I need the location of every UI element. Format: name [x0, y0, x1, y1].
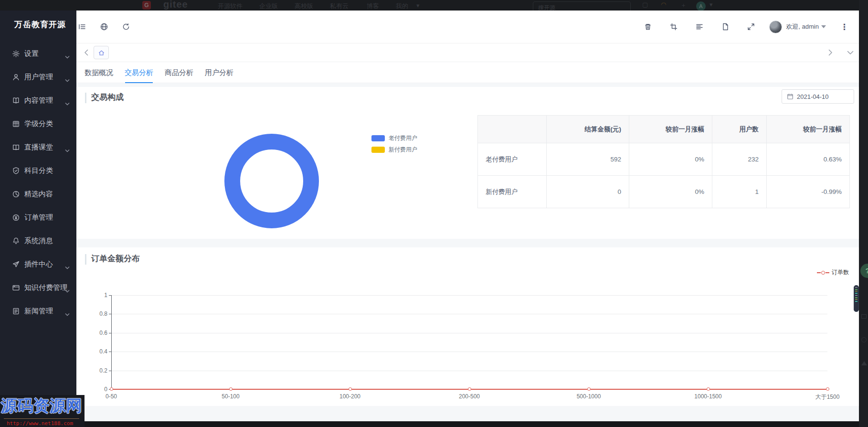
- gitee-plus-icon[interactable]: ＋: [680, 1, 687, 10]
- sidebar-item-content[interactable]: 内容管理: [0, 89, 76, 112]
- tab-trade-analysis[interactable]: 交易分析: [125, 62, 153, 83]
- chevron-down-icon: [65, 52, 70, 55]
- data-point[interactable]: [826, 387, 829, 391]
- globe-button[interactable]: [99, 22, 109, 32]
- pie-icon: [12, 190, 20, 198]
- scrollbar-thumb[interactable]: [854, 285, 859, 312]
- orders-section-title: 订单金额分布: [91, 253, 140, 264]
- crop-button[interactable]: [669, 22, 678, 32]
- shield-check-icon: [12, 167, 20, 175]
- gear-icon: [12, 50, 20, 58]
- live-icon: [12, 143, 20, 151]
- trade-stats-table: 结算金额(元) 较前一月涨幅 用户数 较前一月涨幅 老付费用户 592 0% 2…: [477, 115, 850, 208]
- sidebar-item-subject-category[interactable]: 科目分类: [0, 159, 76, 182]
- trade-section-title: 交易构成: [91, 92, 124, 103]
- watermark-url: http://www.net188.com: [7, 420, 73, 427]
- sidebar-item-label: 科目分类: [24, 166, 53, 175]
- card-icon: [12, 284, 20, 292]
- data-point[interactable]: [349, 387, 352, 391]
- sidebar-item-paid-knowledge[interactable]: 知识付费管理: [0, 276, 76, 299]
- gridline: [112, 371, 827, 371]
- gridline: [112, 314, 827, 314]
- sidebar-item-live-class[interactable]: 直播课堂: [0, 136, 76, 159]
- order-icon: [12, 214, 20, 222]
- sidebar-item-users[interactable]: 用户管理: [0, 65, 76, 89]
- fullscreen-button[interactable]: [746, 22, 756, 32]
- y-tick-label: 0.8: [87, 310, 107, 317]
- gitee-nav-mine[interactable]: 我的: [396, 2, 408, 11]
- sidebar-item-label: 订单管理: [24, 213, 53, 222]
- gitee-search-input[interactable]: 搜开源: [533, 1, 631, 11]
- tab-product-analysis[interactable]: 商品分析: [165, 62, 193, 83]
- sidebar-item-orders[interactable]: 订单管理: [0, 206, 76, 229]
- sidebar-item-system-messages[interactable]: 系统消息: [0, 229, 76, 253]
- data-point[interactable]: [707, 387, 710, 391]
- gridline: [112, 333, 827, 333]
- y-tick-label: 0: [87, 386, 107, 393]
- sidebar-item-label: 直播课堂: [24, 143, 53, 152]
- welcome-admin[interactable]: 欢迎, admin: [786, 22, 819, 31]
- document-button[interactable]: [720, 22, 730, 32]
- triangle-icon: [861, 361, 867, 365]
- sidebar-item-news[interactable]: 新闻管理: [0, 299, 76, 323]
- sidebar-menu: 设置 用户管理 内容管理 学级分类 直播课堂: [0, 40, 76, 323]
- section-accent: [85, 93, 86, 103]
- nav-scroll-right-icon[interactable]: [825, 47, 836, 58]
- data-point[interactable]: [110, 387, 113, 391]
- gitee-monitor-icon[interactable]: ▢: [642, 1, 648, 8]
- sidebar-item-featured[interactable]: 精选内容: [0, 182, 76, 206]
- date-picker[interactable]: 2021-04-10: [782, 89, 854, 104]
- gitee-bell-icon[interactable]: ◠: [661, 1, 666, 8]
- gitee-nav-enterprise[interactable]: 企业版: [259, 2, 278, 11]
- y-tick-label: 1: [87, 292, 107, 299]
- donut-chart: [224, 134, 319, 228]
- x-tick-label: 大于1500: [806, 393, 849, 401]
- kebab-menu-icon[interactable]: ⋮: [840, 23, 848, 31]
- sidebar-item-label: 用户管理: [24, 73, 53, 82]
- gitee-logo-icon: G: [142, 1, 151, 10]
- sidebar: 万岳教育开源 设置 用户管理 内容管理 学级分类: [0, 11, 76, 427]
- tab-user-analysis[interactable]: 用户分析: [205, 62, 233, 83]
- chevron-down-icon: [65, 286, 70, 289]
- legend-swatch-blue: [371, 135, 385, 141]
- bottom-edge-strip: [0, 421, 868, 427]
- legend-item[interactable]: 新付费用户: [371, 146, 417, 154]
- legend-marker-icon: [821, 271, 825, 275]
- sidebar-item-label: 系统消息: [24, 236, 53, 246]
- chevron-down-icon: [65, 263, 70, 266]
- data-point[interactable]: [229, 387, 233, 391]
- tab-data-overview[interactable]: 数据概况: [85, 62, 113, 83]
- legend-item[interactable]: 老付费用户: [371, 134, 417, 142]
- sidebar-item-label: 设置: [24, 49, 39, 58]
- watermark: 源码资源网 http://www.net188.com: [0, 395, 85, 427]
- home-tab[interactable]: [94, 46, 109, 59]
- app-title: 万岳教育开源: [0, 11, 76, 40]
- order-amount-card: 订单金额分布 订单数 1 0.8 0.6 0.4 0.2 0: [76, 247, 859, 406]
- sidebar-item-grade-category[interactable]: 学级分类: [0, 112, 76, 136]
- chat-bubble-icon: [861, 337, 867, 342]
- trash-button[interactable]: [643, 22, 653, 32]
- line-legend[interactable]: 订单数: [817, 268, 849, 277]
- grid-icon: [12, 120, 20, 128]
- gitee-nav-opensource[interactable]: 开源软件: [218, 2, 243, 11]
- chevron-down-icon: [65, 146, 70, 149]
- date-value: 2021-04-10: [797, 93, 829, 100]
- gitee-avatar[interactable]: A: [696, 1, 706, 11]
- sidebar-item-label: 内容管理: [24, 96, 53, 105]
- data-point[interactable]: [468, 387, 471, 391]
- collapse-menu-button[interactable]: [77, 22, 87, 32]
- y-tick-label: 0.2: [87, 367, 107, 374]
- back-chevron-icon[interactable]: [80, 47, 92, 58]
- data-point[interactable]: [587, 387, 591, 391]
- sidebar-item-plugins[interactable]: 插件中心: [0, 253, 76, 276]
- gitee-nav-blog[interactable]: 博客: [367, 2, 379, 11]
- refresh-button[interactable]: [121, 22, 131, 32]
- table-row: 新付费用户 0 0% 1 -0.99%: [478, 176, 850, 208]
- log-lines-button[interactable]: [695, 22, 704, 32]
- avatar[interactable]: [769, 21, 782, 33]
- gridline: [112, 352, 827, 352]
- sidebar-item-settings[interactable]: 设置: [0, 42, 76, 65]
- gitee-nav-campus[interactable]: 高校版: [295, 2, 313, 11]
- nav-menu-chevron-icon[interactable]: [845, 47, 856, 58]
- gitee-nav-cloud[interactable]: 私有云: [330, 2, 349, 11]
